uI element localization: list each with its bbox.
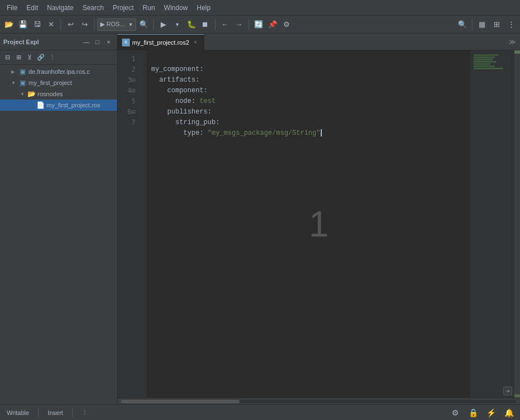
- minimap-line-2: [474, 56, 495, 58]
- synchronize-button[interactable]: 🔄: [252, 18, 265, 31]
- run-search-button[interactable]: 🔍: [137, 18, 151, 31]
- minimap: ⇒: [470, 50, 514, 398]
- tab-bar: R my_first_project.ros2 × ≫: [118, 34, 520, 50]
- separator-2: [94, 19, 95, 30]
- run-button[interactable]: ▶: [157, 18, 170, 31]
- expand-all-button[interactable]: ⊞: [13, 53, 24, 63]
- tab-close-button[interactable]: ×: [191, 39, 199, 46]
- line-num-5: 5: [118, 96, 138, 107]
- close-button[interactable]: ✕: [44, 18, 58, 31]
- tree-item-fraunhofer[interactable]: ▶ ▣ de.fraunhofer.ipa.ros.c: [0, 66, 117, 77]
- maximize-panel-button[interactable]: □: [92, 37, 102, 47]
- run-config-combo[interactable]: ▶ ROS… ▼: [97, 18, 136, 31]
- tree-item-ros-file[interactable]: 📄 my_first_project.ros: [0, 100, 117, 111]
- insert-status[interactable]: Insert: [45, 408, 65, 417]
- gutter-line-1: 1: [118, 54, 147, 64]
- toolbar-nav-group: ← →: [218, 18, 246, 31]
- menu-bar: File Edit Navigate Search Project Run Wi…: [0, 0, 520, 16]
- panel-actions: — □ ×: [81, 37, 114, 47]
- minimize-panel-button[interactable]: —: [81, 37, 91, 47]
- line-5-key: publishers:: [151, 108, 212, 116]
- status-lock-icon[interactable]: 🔒: [466, 406, 480, 419]
- more-button[interactable]: ⋮: [504, 18, 518, 31]
- fold-4: [138, 86, 147, 96]
- menu-window[interactable]: Window: [160, 0, 193, 15]
- menu-edit[interactable]: Edit: [22, 0, 43, 15]
- status-sep-2: [72, 408, 73, 417]
- collapse-all-button[interactable]: ⊟: [2, 53, 12, 63]
- tab-ros2-file[interactable]: R my_first_project.ros2 ×: [118, 34, 204, 50]
- tree-item-my-project[interactable]: ▼ ▣ my_first_project: [0, 77, 117, 88]
- horizontal-scrollbar[interactable]: [118, 398, 520, 404]
- save-button[interactable]: 💾: [16, 18, 30, 31]
- line-num-6: 6⊟: [118, 107, 138, 117]
- forward-button[interactable]: →: [232, 18, 246, 31]
- link-editor-button[interactable]: 🔗: [36, 53, 46, 63]
- status-gear-icon[interactable]: ⚙: [448, 406, 462, 419]
- writable-status[interactable]: Writable: [4, 408, 31, 417]
- line-num-3: 3⊟: [118, 75, 138, 86]
- label-my-project: my_first_project: [29, 79, 72, 86]
- debug-button[interactable]: 🐛: [185, 18, 198, 31]
- gutter-line-7: 7: [118, 117, 147, 128]
- menu-project[interactable]: Project: [108, 0, 138, 15]
- fold-6: [138, 107, 147, 117]
- sidebar: Project Expl — □ × ⊟ ⊞ ⊻ 🔗 ⋮ ▶ ▣ de.frau…: [0, 34, 118, 404]
- tab-more-button[interactable]: ≫: [504, 34, 520, 50]
- editor-content[interactable]: 1 2 3⊟ 4⊟ 5: [118, 50, 520, 398]
- minimap-line-1: [474, 54, 499, 56]
- pin-button[interactable]: 📌: [266, 18, 279, 31]
- main-area: Project Expl — □ × ⊟ ⊞ ⊻ 🔗 ⋮ ▶ ▣ de.frau…: [0, 34, 520, 404]
- panel-header: Project Expl — □ ×: [0, 34, 117, 50]
- arrow-rosnodes: ▼: [20, 92, 27, 97]
- gutter-line-5: 5: [118, 96, 147, 107]
- tree-item-rosnodes[interactable]: ▼ 📂 rosnodes: [0, 88, 117, 100]
- h-scroll-thumb[interactable]: [121, 400, 240, 403]
- toolbar-file-group: 📂 💾 🖫 ✕: [2, 18, 58, 31]
- menu-search[interactable]: Search: [78, 0, 108, 15]
- stop-button[interactable]: ⏹: [199, 18, 212, 31]
- fold-5: [138, 96, 147, 107]
- status-menu-button[interactable]: ⋮: [79, 408, 90, 417]
- status-power-icon[interactable]: ⚡: [484, 406, 498, 419]
- settings-button[interactable]: ⚙: [280, 18, 293, 31]
- separator-5: [249, 19, 249, 30]
- line-num-4: 4⊟: [118, 86, 138, 96]
- open-button[interactable]: 📂: [2, 18, 16, 31]
- minimap-line-7: [474, 68, 503, 69]
- status-bell-icon[interactable]: 🔔: [502, 406, 516, 419]
- save-all-button[interactable]: 🖫: [30, 18, 44, 31]
- toolbar-edit-group: ↩ ↪: [64, 18, 91, 31]
- minimap-line-5: [474, 63, 490, 65]
- menu-help[interactable]: Help: [193, 0, 216, 15]
- tab-label: my_first_project.ros2: [132, 39, 189, 46]
- back-button[interactable]: ←: [218, 18, 232, 31]
- status-right: ⚙ 🔒 ⚡ 🔔: [448, 406, 516, 419]
- redo-button[interactable]: ↪: [78, 18, 91, 31]
- close-panel-button[interactable]: ×: [104, 37, 114, 47]
- code-editor[interactable]: my_component: artifacts: component: node…: [147, 50, 470, 398]
- menu-navigate[interactable]: Navigate: [43, 0, 78, 15]
- layout-button[interactable]: ▦: [475, 18, 489, 31]
- menu-file[interactable]: File: [2, 0, 22, 15]
- scroll-indicator-bottom: [514, 394, 520, 398]
- file-icon-ros: 📄: [36, 101, 45, 109]
- vertical-scrollbar[interactable]: [514, 50, 520, 398]
- separator-4: [215, 19, 216, 30]
- find-button[interactable]: 🔍: [456, 18, 469, 31]
- tab-file-icon: R: [122, 39, 130, 46]
- run-dropdown[interactable]: ▼: [171, 18, 184, 31]
- arrow-my-project: ▼: [11, 81, 18, 86]
- undo-button[interactable]: ↩: [64, 18, 77, 31]
- panel-menu-button[interactable]: ⋮: [47, 53, 57, 63]
- status-left: Writable Insert ⋮: [4, 408, 90, 417]
- perspective-button[interactable]: ⊞: [490, 18, 503, 31]
- filter-button[interactable]: ⊻: [25, 53, 35, 63]
- separator-1: [60, 19, 61, 30]
- minimap-line-3: [474, 59, 493, 60]
- folder-icon-rosnodes: 📂: [27, 90, 36, 98]
- gutter: 1 2 3⊟ 4⊟ 5: [118, 50, 147, 398]
- menu-run[interactable]: Run: [138, 0, 160, 15]
- line-num-7: 7: [118, 117, 138, 128]
- minimap-action-icon[interactable]: ⇒: [503, 386, 512, 395]
